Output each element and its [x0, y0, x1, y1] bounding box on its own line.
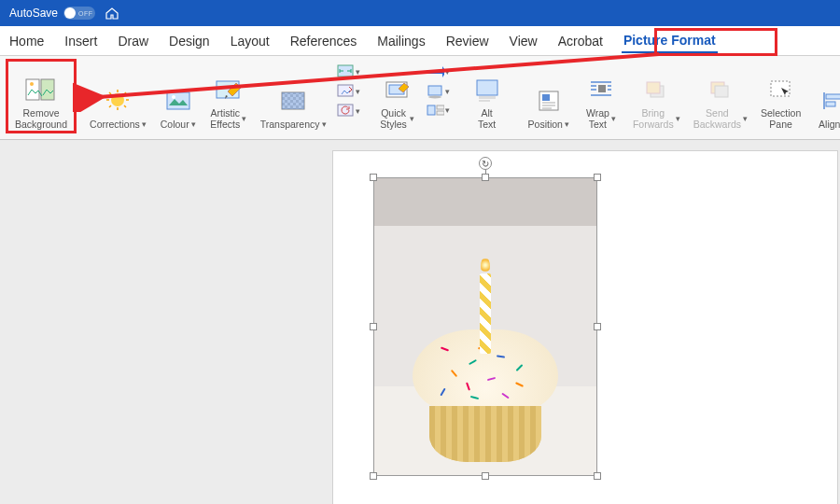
artistic-effects-icon	[215, 74, 243, 105]
svg-rect-32	[479, 96, 496, 99]
svg-rect-31	[477, 80, 497, 95]
tab-layout[interactable]: Layout	[229, 30, 272, 52]
tab-acrobat[interactable]: Acrobat	[556, 30, 605, 52]
change-picture-button[interactable]: ▾	[336, 83, 360, 100]
svg-rect-12	[167, 92, 189, 109]
compress-pictures-button[interactable]: ▾	[336, 63, 360, 80]
resize-handle-t[interactable]	[482, 174, 489, 181]
ribbon: Remove Background Corrections▾ Colour▾ A…	[0, 56, 840, 140]
bring-forwards-icon	[643, 74, 669, 105]
reset-picture-button[interactable]: ▾	[336, 103, 360, 119]
svg-rect-30	[437, 111, 444, 115]
tab-references[interactable]: References	[288, 30, 359, 52]
svg-rect-47	[647, 82, 660, 93]
svg-rect-29	[437, 105, 444, 109]
resize-handle-b[interactable]	[482, 472, 489, 480]
tab-review[interactable]: Review	[444, 30, 491, 52]
remove-background-icon	[25, 74, 57, 105]
corrections-icon	[104, 85, 132, 117]
svg-rect-49	[715, 86, 728, 97]
selected-picture[interactable]	[373, 177, 597, 476]
picture-effects-button[interactable]: ▾	[426, 83, 450, 100]
resize-handle-tl[interactable]	[370, 174, 377, 181]
bring-forwards-button[interactable]: Bring Forwards▾	[629, 72, 684, 132]
chevron-down-icon: ▾	[322, 119, 327, 129]
transparency-icon	[279, 85, 307, 117]
alt-text-icon	[473, 74, 501, 105]
resize-handle-r[interactable]	[594, 323, 601, 330]
svg-line-10	[109, 105, 111, 107]
selection-pane-button[interactable]: Selection Pane	[757, 72, 805, 132]
ribbon-tabs: Home Insert Draw Design Layout Reference…	[0, 26, 840, 56]
svg-rect-33	[479, 100, 490, 102]
alt-text-button[interactable]: Alt Text	[465, 72, 510, 132]
remove-background-button[interactable]: Remove Background	[11, 72, 71, 132]
send-backwards-button[interactable]: Send Backwards▾	[690, 72, 751, 132]
corrections-button[interactable]: Corrections▾	[86, 83, 150, 132]
svg-rect-25	[427, 70, 444, 74]
chevron-down-icon: ▾	[242, 114, 246, 123]
colour-icon	[164, 85, 192, 117]
tab-draw[interactable]: Draw	[116, 30, 150, 52]
picture-layout-button[interactable]: ▾	[426, 102, 450, 119]
svg-line-9	[124, 105, 126, 107]
transparency-button[interactable]: Transparency▾	[257, 83, 330, 132]
align-icon	[819, 85, 840, 117]
svg-rect-50	[771, 81, 790, 96]
remove-background-label: Remove Background	[15, 107, 67, 130]
selection-pane-icon	[768, 74, 794, 105]
svg-rect-53	[826, 102, 835, 106]
svg-rect-26	[428, 86, 441, 95]
svg-rect-19	[282, 92, 304, 109]
artistic-effects-button[interactable]: Artistic Effects▾	[206, 72, 251, 132]
align-button[interactable]: Align▾	[810, 83, 840, 132]
home-icon[interactable]	[105, 6, 119, 21]
resize-handle-br[interactable]	[594, 472, 601, 480]
chevron-down-icon: ▾	[611, 114, 616, 123]
position-icon	[535, 85, 563, 117]
chevron-down-icon: ▾	[142, 119, 147, 129]
send-backwards-icon	[707, 74, 734, 105]
svg-point-27	[428, 95, 441, 98]
tab-view[interactable]: View	[508, 30, 539, 52]
chevron-down-icon: ▾	[410, 114, 414, 123]
rotate-handle[interactable]	[479, 157, 492, 170]
svg-rect-35	[542, 94, 550, 101]
svg-line-11	[124, 92, 126, 94]
quick-styles-icon	[384, 74, 412, 105]
title-bar: AutoSave OFF	[0, 0, 840, 26]
wrap-text-icon	[587, 74, 615, 105]
chevron-down-icon: ▾	[565, 119, 569, 129]
svg-rect-1	[41, 79, 54, 100]
autosave-label: AutoSave	[9, 7, 58, 20]
colour-button[interactable]: Colour▾	[156, 83, 201, 132]
toggle-switch[interactable]: OFF	[63, 7, 95, 20]
picture-border-button[interactable]: ▾	[426, 63, 450, 80]
svg-line-8	[109, 92, 111, 94]
autosave-state: OFF	[78, 10, 93, 17]
quick-styles-button[interactable]: Quick Styles▾	[375, 72, 420, 132]
autosave-toggle[interactable]: AutoSave OFF	[9, 7, 95, 20]
tab-home[interactable]: Home	[7, 30, 46, 52]
resize-handle-bl[interactable]	[370, 472, 377, 480]
svg-point-13	[172, 95, 175, 99]
tab-mailings[interactable]: Mailings	[375, 30, 427, 52]
picture-content	[373, 177, 597, 476]
tab-picture-format[interactable]: Picture Format	[622, 29, 718, 53]
svg-rect-52	[826, 94, 840, 99]
svg-point-3	[111, 93, 124, 106]
svg-point-2	[30, 82, 34, 86]
svg-rect-28	[427, 105, 435, 115]
tab-insert[interactable]: Insert	[63, 30, 99, 52]
resize-handle-l[interactable]	[370, 323, 377, 330]
position-button[interactable]: Position▾	[525, 83, 573, 132]
svg-rect-41	[598, 85, 606, 92]
wrap-text-button[interactable]: Wrap Text▾	[579, 72, 623, 132]
chevron-down-icon: ▾	[191, 119, 196, 129]
resize-handle-tr[interactable]	[594, 174, 601, 181]
tab-design[interactable]: Design	[167, 30, 212, 52]
